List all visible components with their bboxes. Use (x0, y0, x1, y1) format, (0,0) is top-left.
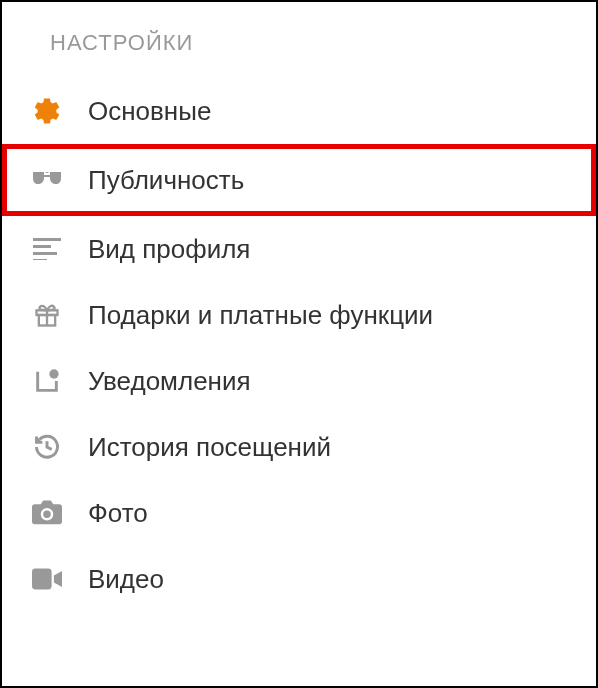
history-icon (30, 430, 64, 464)
svg-point-7 (49, 369, 58, 378)
page-title: НАСТРОЙКИ (2, 2, 596, 78)
menu-item-label: Основные (88, 96, 211, 127)
sunglasses-icon (30, 163, 64, 197)
menu-item-label: Подарки и платные функции (88, 300, 433, 331)
menu-item-label: Видео (88, 564, 164, 595)
settings-panel: НАСТРОЙКИ Основные Публичность Вид профи… (2, 2, 596, 612)
camera-icon (30, 496, 64, 530)
menu-item-history[interactable]: История посещений (2, 414, 596, 480)
menu-item-profile-view[interactable]: Вид профиля (2, 216, 596, 282)
gift-icon (30, 298, 64, 332)
svg-rect-3 (33, 259, 47, 260)
list-icon (30, 232, 64, 266)
menu-item-notifications[interactable]: Уведомления (2, 348, 596, 414)
menu-item-privacy[interactable]: Публичность (2, 144, 596, 216)
menu-item-label: Вид профиля (88, 234, 250, 265)
menu-item-video[interactable]: Видео (2, 546, 596, 612)
menu-item-photo[interactable]: Фото (2, 480, 596, 546)
menu-item-label: История посещений (88, 432, 331, 463)
svg-rect-8 (32, 569, 52, 590)
menu-item-gifts[interactable]: Подарки и платные функции (2, 282, 596, 348)
gear-icon (30, 94, 64, 128)
notification-icon (30, 364, 64, 398)
svg-rect-1 (33, 245, 51, 248)
svg-rect-2 (33, 252, 57, 255)
menu-item-label: Публичность (88, 165, 244, 196)
menu-item-label: Фото (88, 498, 148, 529)
menu-item-label: Уведомления (88, 366, 251, 397)
video-icon (30, 562, 64, 596)
svg-rect-0 (33, 238, 61, 241)
menu-item-general[interactable]: Основные (2, 78, 596, 144)
